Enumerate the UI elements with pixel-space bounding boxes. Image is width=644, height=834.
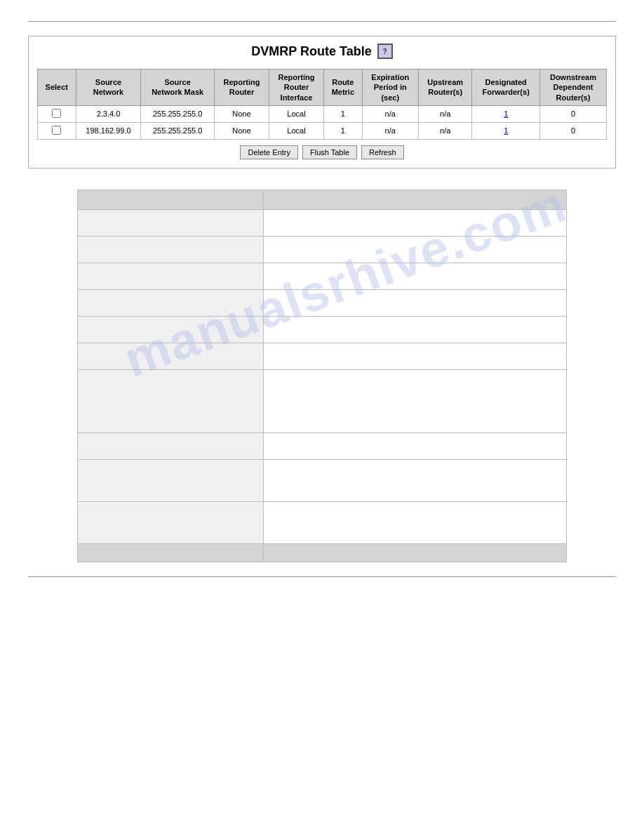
row1-forwarders-link[interactable]: 1 <box>504 110 508 118</box>
table-row <box>78 316 567 343</box>
lower-row3-left <box>78 263 264 289</box>
col-route-metric: RouteMetric <box>324 70 363 106</box>
row2-downstream: 0 <box>539 122 606 139</box>
lower-row7-right <box>263 369 566 432</box>
lower-row7-left <box>78 369 264 432</box>
lower-row6-right <box>263 343 566 369</box>
lower-row4-left <box>78 289 264 316</box>
table-row <box>78 343 567 369</box>
lower-row5-left <box>78 316 264 343</box>
col-reporting-router-interface: ReportingRouterInterface <box>269 70 323 106</box>
row1-reporting-router-interface: Local <box>269 105 323 122</box>
row2-upstream-routers: n/a <box>418 122 472 139</box>
table-row <box>78 501 567 543</box>
table-row <box>78 263 567 289</box>
table-row <box>78 459 567 501</box>
row2-reporting-router-interface: Local <box>269 122 323 139</box>
lower-row5-right <box>263 316 566 343</box>
table-row <box>78 369 567 432</box>
row1-checkbox[interactable] <box>52 109 61 118</box>
row2-forwarders-link[interactable]: 1 <box>504 126 508 135</box>
lower-row2-left <box>78 236 264 263</box>
bottom-rule <box>28 576 616 577</box>
col-source-network: SourceNetwork <box>76 70 141 106</box>
dvmrp-title: DVMRP Route Table <box>251 44 371 59</box>
row1-route-metric: 1 <box>324 105 363 122</box>
lower-table-footer-row <box>78 543 567 562</box>
refresh-button[interactable]: Refresh <box>361 145 404 159</box>
lower-header-right <box>263 190 566 209</box>
lower-footer-right <box>263 543 566 562</box>
lower-row8-right <box>263 432 566 459</box>
table-row <box>78 209 567 236</box>
row1-reporting-router: None <box>214 105 269 122</box>
lower-header-left <box>78 190 264 209</box>
dvmrp-table: Select SourceNetwork SourceNetwork Mask … <box>37 69 607 140</box>
row2-source-network-mask: 255.255.255.0 <box>141 122 215 139</box>
col-upstream-routers: UpstreamRouter(s) <box>418 70 472 106</box>
lower-row9-left <box>78 459 264 501</box>
lower-row10-left <box>78 501 264 543</box>
lower-row6-left <box>78 343 264 369</box>
lower-row4-right <box>263 289 566 316</box>
col-select: Select <box>38 70 76 106</box>
lower-table-header-row <box>78 190 567 209</box>
top-rule <box>28 21 616 22</box>
row1-expiration-period: n/a <box>362 105 418 122</box>
row2-checkbox[interactable] <box>52 126 61 135</box>
lower-table <box>77 190 567 562</box>
row2-route-metric: 1 <box>324 122 363 139</box>
table-row <box>78 236 567 263</box>
col-reporting-router: ReportingRouter <box>214 70 269 106</box>
lower-footer-left <box>78 543 264 562</box>
row1-designated-forwarders: 1 <box>472 105 539 122</box>
lower-row10-right <box>263 501 566 543</box>
row2-select[interactable] <box>38 122 76 139</box>
table-row: 198.162.99.0 255.255.255.0 None Local 1 … <box>38 122 607 139</box>
lower-row1-left <box>78 209 264 236</box>
col-source-network-mask: SourceNetwork Mask <box>141 70 215 106</box>
dvmrp-header-row: Select SourceNetwork SourceNetwork Mask … <box>38 70 607 106</box>
lower-row3-right <box>263 263 566 289</box>
button-row: Delete Entry Flush Table Refresh <box>37 145 607 159</box>
row2-reporting-router: None <box>214 122 269 139</box>
col-designated-forwarders: DesignatedForwarder(s) <box>472 70 539 106</box>
table-row <box>78 289 567 316</box>
row1-select[interactable] <box>38 105 76 122</box>
lower-row9-right <box>263 459 566 501</box>
row2-designated-forwarders: 1 <box>472 122 539 139</box>
row2-expiration-period: n/a <box>362 122 418 139</box>
lower-table-wrapper <box>77 190 567 562</box>
dvmrp-panel: DVMRP Route Table ? Select SourceNetwork… <box>28 36 616 168</box>
help-icon[interactable]: ? <box>377 44 393 59</box>
lower-row2-right <box>263 236 566 263</box>
col-downstream-dependent-routers: DownstreamDependentRouter(s) <box>539 70 606 106</box>
table-row <box>78 432 567 459</box>
row1-source-network: 2.3.4.0 <box>76 105 141 122</box>
row2-source-network: 198.162.99.0 <box>76 122 141 139</box>
page-wrapper: DVMRP Route Table ? Select SourceNetwork… <box>0 0 644 834</box>
lower-row8-left <box>78 432 264 459</box>
delete-entry-button[interactable]: Delete Entry <box>240 145 298 159</box>
row1-downstream: 0 <box>539 105 606 122</box>
flush-table-button[interactable]: Flush Table <box>302 145 357 159</box>
table-row: 2.3.4.0 255.255.255.0 None Local 1 n/a n… <box>38 105 607 122</box>
lower-row1-right <box>263 209 566 236</box>
row1-upstream-routers: n/a <box>418 105 472 122</box>
dvmrp-title-row: DVMRP Route Table ? <box>37 44 607 59</box>
col-expiration-period: ExpirationPeriod in(sec) <box>362 70 418 106</box>
row1-source-network-mask: 255.255.255.0 <box>141 105 215 122</box>
